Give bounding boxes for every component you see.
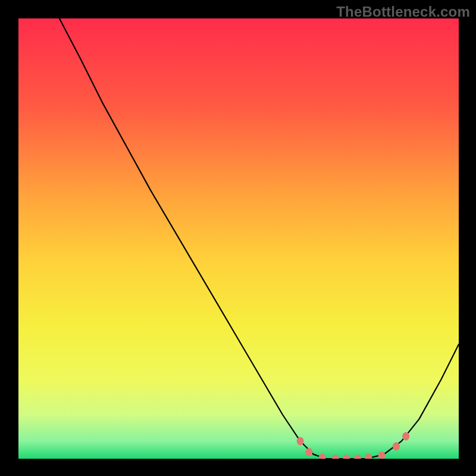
watermark-text: TheBottleneck.com	[336, 4, 470, 20]
plot-area	[18, 18, 459, 459]
chart-svg	[18, 18, 459, 459]
chart-frame: TheBottleneck.com	[0, 0, 476, 476]
data-marker	[402, 432, 409, 440]
data-marker	[393, 442, 400, 450]
data-marker	[297, 437, 304, 445]
data-marker	[305, 448, 312, 456]
gradient-background	[18, 18, 459, 459]
